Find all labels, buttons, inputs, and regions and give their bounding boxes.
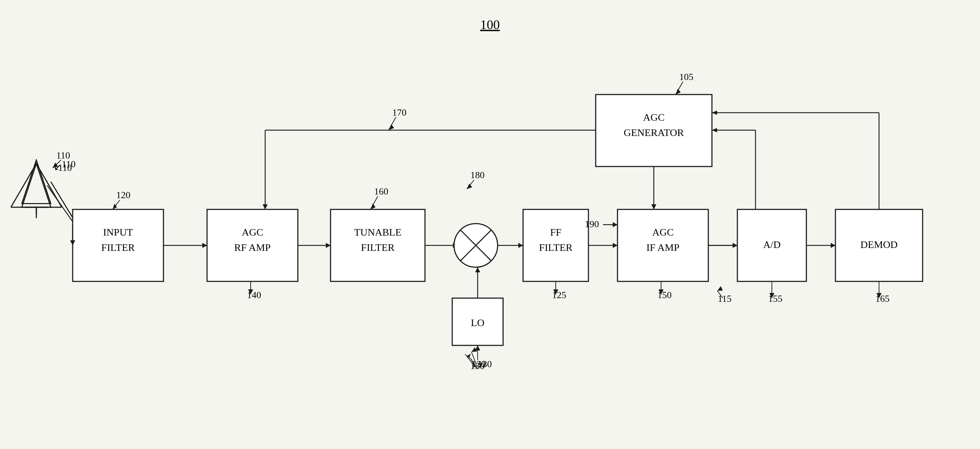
ff-filter-label2: FILTER [539, 242, 573, 253]
agc-if-amp-label: AGC [652, 227, 673, 238]
agc-gen-label: AGC [643, 112, 664, 123]
input-filter-label: INPUT [103, 227, 133, 238]
agc-rf-amp-label: AGC [242, 227, 263, 238]
tunable-filter-label: TUNABLE [354, 227, 402, 238]
ref-105: 105 [679, 72, 694, 82]
agc-rf-amp-label2: RF AMP [234, 242, 270, 253]
lo-label: LO [471, 317, 484, 328]
ref-120: 120 [116, 190, 130, 200]
ref-130-text: 130 [471, 359, 486, 369]
tunable-filter-label2: FILTER [361, 242, 395, 253]
ref-115: 115 [718, 293, 732, 304]
agc-gen-label2: GENERATOR [624, 127, 684, 138]
ref-170: 170 [392, 107, 406, 118]
demod-label: DEMOD [861, 239, 898, 250]
circuit-diagram: 100 110 ↙ 110 INPUT FILTER 120 [0, 0, 980, 449]
input-filter-label2: FILTER [101, 242, 135, 253]
ad-label: A/D [763, 239, 781, 250]
ref-160: 160 [374, 186, 388, 197]
agc-if-amp-label2: IF AMP [646, 242, 679, 253]
diagram-container: 100 110 ↙ 110 INPUT FILTER 120 [0, 0, 980, 449]
ref-180: 180 [470, 170, 485, 181]
ff-filter-label: FF [550, 227, 561, 238]
ref-190: 190 [585, 219, 599, 229]
ref-110-text: 110 [56, 150, 70, 161]
diagram-title: 100 [480, 18, 500, 32]
